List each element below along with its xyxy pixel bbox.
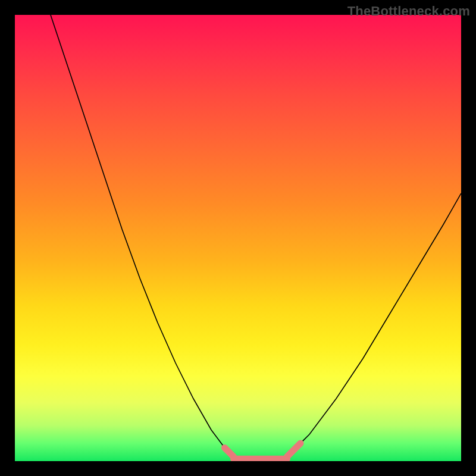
curve-svg [15, 15, 461, 461]
left-curve [51, 15, 234, 457]
chart-frame: TheBottleneck.com [0, 0, 476, 476]
right-marker [287, 443, 301, 457]
left-marker [225, 448, 234, 457]
watermark: TheBottleneck.com [347, 4, 470, 19]
right-curve [287, 193, 462, 457]
plot-area [15, 15, 461, 461]
